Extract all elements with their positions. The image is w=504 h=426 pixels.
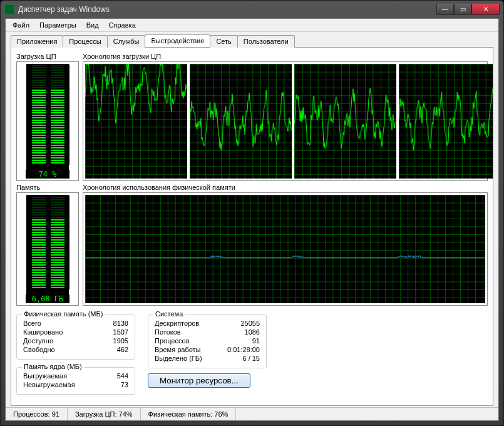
- cpu-core-graph-1: [190, 64, 292, 179]
- tab-performance[interactable]: Быстродействие: [145, 34, 210, 47]
- phys-cached-v: 1507: [113, 328, 128, 336]
- memory-meter: 6,08 ГБ: [16, 192, 79, 306]
- phys-avail-k: Доступно: [23, 337, 53, 345]
- system-legend: Система: [153, 310, 185, 318]
- kernel-paged-v: 544: [117, 372, 128, 380]
- cpu-usage-label: Загрузка ЦП: [16, 53, 79, 61]
- sys-commit-v: 6 / 15: [242, 355, 260, 362]
- titlebar[interactable]: Диспетчер задач Windows — ▭ ✕: [1, 1, 503, 18]
- menubar: Файл Параметры Вид Справка: [6, 19, 498, 32]
- sys-uptime-v: 0:01:28:00: [227, 346, 260, 353]
- kernel-memory-group: Память ядра (МБ) Выгружаемая544 Невыгруж…: [16, 367, 135, 395]
- kernel-legend: Память ядра (МБ): [22, 363, 84, 370]
- cpu-meter: 74 %: [16, 61, 79, 181]
- resource-monitor-button[interactable]: Монитор ресурсов...: [148, 373, 250, 388]
- tab-services[interactable]: Службы: [107, 35, 146, 48]
- status-cpu: Загрузка ЦП: 74%: [68, 408, 141, 420]
- statusbar: Процессов: 91 Загрузка ЦП: 74% Физическа…: [6, 407, 498, 420]
- cpu-percent: 74 %: [26, 170, 69, 179]
- memory-history-graph: [83, 192, 488, 306]
- performance-page: Загрузка ЦП 74 % Хронология загрузки ЦП: [11, 47, 493, 406]
- phys-total-k: Всего: [23, 320, 41, 327]
- phys-legend: Физическая память (МБ): [22, 310, 105, 318]
- phys-free-v: 462: [117, 346, 128, 353]
- memory-label: Память: [16, 184, 79, 192]
- physical-memory-group: Физическая память (МБ) Всего8138 Кэширов…: [16, 314, 135, 360]
- phys-free-k: Свободно: [23, 346, 55, 353]
- tab-processes[interactable]: Процессы: [63, 35, 107, 48]
- tab-network[interactable]: Сеть: [210, 35, 237, 48]
- app-icon: [4, 4, 14, 14]
- sys-threads-v: 1086: [245, 328, 260, 336]
- system-group: Система Дескрипторов25055 Потоков1086 Пр…: [148, 314, 267, 368]
- window-title: Диспетчер задач Windows: [18, 5, 436, 14]
- close-button[interactable]: ✕: [471, 4, 500, 15]
- status-processes: Процессов: 91: [6, 408, 68, 420]
- cpu-core-graph-0: [85, 64, 187, 179]
- status-memory: Физическая память: 76%: [141, 408, 237, 420]
- sys-procs-v: 91: [252, 337, 260, 345]
- cpu-core-graph-2: [294, 64, 396, 179]
- sys-commit-k: Выделено (ГБ): [155, 355, 202, 362]
- menu-options[interactable]: Параметры: [35, 20, 81, 30]
- tab-users[interactable]: Пользователи: [237, 35, 295, 48]
- sys-handles-v: 25055: [240, 320, 260, 327]
- sys-handles-k: Дескрипторов: [155, 320, 199, 327]
- client-area: Файл Параметры Вид Справка Приложения Пр…: [5, 18, 499, 421]
- maximize-button[interactable]: ▭: [454, 4, 471, 15]
- cpu-core-graph-3: [399, 64, 493, 179]
- memory-history-label: Хронология использования физической памя…: [83, 184, 488, 192]
- phys-avail-v: 1905: [113, 337, 128, 345]
- kernel-nonpaged-k: Невыгружаемая: [23, 381, 75, 388]
- memory-value: 6,08 ГБ: [26, 294, 69, 303]
- phys-cached-k: Кэшировано: [23, 328, 63, 336]
- menu-file[interactable]: Файл: [8, 20, 34, 30]
- tab-strip: Приложения Процессы Службы Быстродействи…: [11, 34, 493, 47]
- app-window: Диспетчер задач Windows — ▭ ✕ Файл Парам…: [0, 0, 504, 426]
- cpu-history-graphs: [83, 61, 488, 181]
- kernel-paged-k: Выгружаемая: [23, 372, 67, 380]
- sys-procs-k: Процессов: [155, 337, 190, 345]
- menu-view[interactable]: Вид: [82, 20, 103, 30]
- tab-applications[interactable]: Приложения: [11, 35, 63, 48]
- cpu-history-label: Хронология загрузки ЦП: [83, 53, 488, 61]
- minimize-button[interactable]: —: [436, 4, 454, 15]
- sys-uptime-k: Время работы: [155, 346, 201, 353]
- phys-total-v: 8138: [113, 320, 128, 327]
- kernel-nonpaged-v: 73: [121, 381, 128, 388]
- sys-threads-k: Потоков: [155, 328, 181, 336]
- menu-help[interactable]: Справка: [105, 20, 140, 30]
